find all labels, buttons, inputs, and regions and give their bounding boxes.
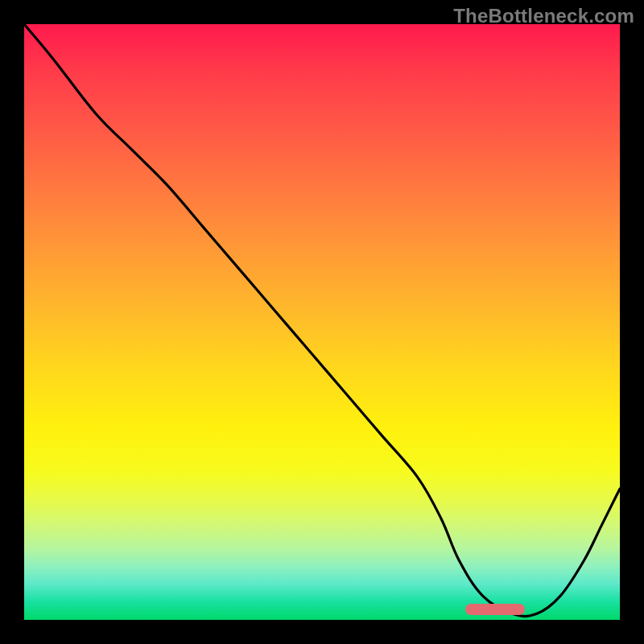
plot-area [24, 24, 620, 620]
optimal-range-marker [465, 604, 525, 615]
bottleneck-curve [24, 24, 620, 620]
chart-frame: TheBottleneck.com [0, 0, 644, 644]
